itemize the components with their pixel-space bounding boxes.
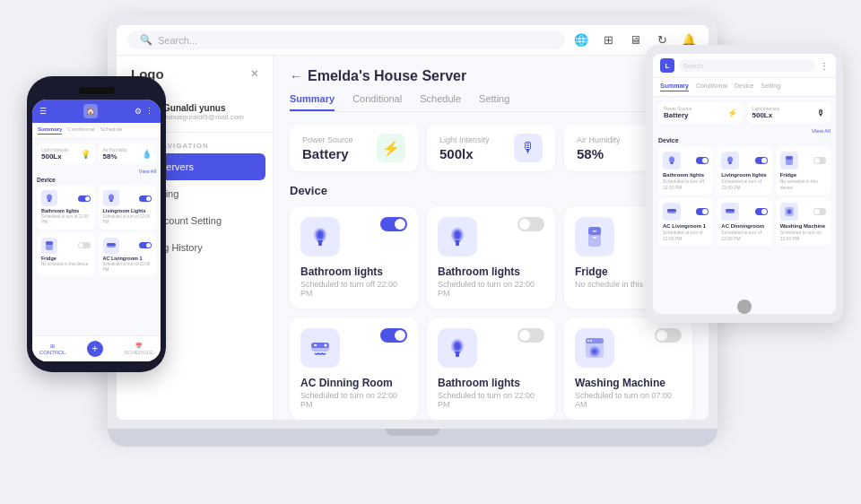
tdc-icon bbox=[721, 152, 739, 169]
ts-power-value: Battery bbox=[664, 111, 691, 119]
tab-schedule[interactable]: Schedule bbox=[420, 93, 461, 111]
device-toggle[interactable] bbox=[517, 217, 544, 231]
svg-rect-44 bbox=[48, 200, 51, 202]
device-toggle[interactable] bbox=[380, 217, 407, 231]
phone-tabs: Summary Conditional Schedule bbox=[32, 123, 161, 139]
tablet-search[interactable]: Search bbox=[679, 59, 815, 72]
device-toggle[interactable] bbox=[517, 328, 544, 343]
tablet-screen: L Search ⋮ Summary Conditional Device Se… bbox=[653, 54, 836, 314]
phone-view-all[interactable]: View All bbox=[37, 169, 156, 174]
pdc-schedule: Scheduled at turn of 22:00 PM bbox=[103, 214, 152, 225]
tab-summary[interactable]: Summary bbox=[290, 93, 335, 111]
ts-power-icon: ⚡ bbox=[727, 109, 737, 117]
tablet-device-grid: Bathroom lights Scheduled to turn off 22… bbox=[658, 147, 831, 246]
tdc-toggle[interactable] bbox=[696, 157, 709, 164]
stat-light-value: 500lx bbox=[439, 146, 490, 161]
tdc-name: AC Livingroom 1 bbox=[663, 223, 709, 229]
light-icon: 🎙 bbox=[514, 134, 543, 162]
pdc-toggle[interactable] bbox=[78, 242, 91, 248]
phone-icons: ⚙ ⋮ bbox=[135, 107, 153, 116]
stat-power-label: Power Source bbox=[302, 135, 353, 144]
stat-humidity-label: Air Humidity bbox=[577, 135, 621, 144]
svg-rect-37 bbox=[667, 209, 676, 212]
close-icon[interactable]: ✕ bbox=[250, 68, 258, 80]
tablet-menu-icon[interactable]: ⋮ bbox=[820, 61, 829, 71]
pdc-toggle[interactable] bbox=[78, 196, 91, 202]
svg-rect-4 bbox=[317, 240, 323, 242]
tablet-tab-conditional[interactable]: Conditional bbox=[696, 83, 727, 91]
tdc-icon bbox=[721, 203, 739, 221]
svg-rect-9 bbox=[455, 240, 460, 242]
tablet-tabs: Summary Conditional Device Setting bbox=[653, 78, 836, 97]
svg-point-8 bbox=[455, 231, 460, 239]
tablet-home-btn[interactable] bbox=[737, 300, 752, 314]
tablet-device-card: AC Livingroom 1 Scheduled at turn of 22:… bbox=[658, 198, 713, 246]
tdc-schedule: Scheduled to turn on 22:00 PM bbox=[780, 230, 826, 241]
tabs: Summary Conditional Schedule Setting bbox=[290, 93, 692, 112]
phone-search-icon[interactable]: ☰ bbox=[39, 107, 47, 116]
phone-add-btn[interactable]: + bbox=[87, 341, 103, 357]
page-header: ← Emelda's House Server bbox=[290, 68, 692, 84]
user-info: Gunaldi yunus yunusguraldi9@mail.com bbox=[163, 103, 244, 121]
globe-icon[interactable]: 🌐 bbox=[572, 31, 590, 49]
svg-point-45 bbox=[109, 195, 114, 201]
device-card-top bbox=[438, 328, 544, 368]
back-arrow[interactable]: ← bbox=[290, 69, 302, 83]
svg-point-28 bbox=[587, 340, 589, 342]
device-schedule: Scheduled to turn on 07:00 AM bbox=[575, 391, 682, 409]
device-toggle[interactable] bbox=[380, 328, 407, 343]
grid-icon[interactable]: ⊞ bbox=[599, 31, 617, 49]
tablet-tab-summary[interactable]: Summary bbox=[660, 83, 689, 91]
tablet-tab-device[interactable]: Device bbox=[735, 83, 753, 91]
tdc-top bbox=[663, 152, 709, 169]
stat-power-value: Battery bbox=[302, 146, 353, 161]
tab-conditional[interactable]: Conditional bbox=[352, 93, 402, 111]
tdc-toggle[interactable] bbox=[755, 157, 768, 164]
phone-tab-schedule[interactable]: Schedule bbox=[100, 126, 122, 135]
phone-schedule-label: SCHEDULE bbox=[124, 350, 153, 355]
device-toggle[interactable] bbox=[655, 328, 682, 343]
phone-control-icon: ⊞ bbox=[50, 343, 55, 349]
devices-title: Device bbox=[290, 184, 692, 197]
laptop-frame: 🔍 Search... 🌐 ⊞ 🖥 ↻ 🔔 bbox=[108, 16, 718, 429]
tdc-toggle[interactable] bbox=[755, 208, 768, 215]
laptop-search[interactable]: 🔍 Search... bbox=[127, 30, 565, 49]
phone-control-btn[interactable]: ⊞ CONTROL bbox=[39, 343, 65, 355]
phone-screen: ☰ 🏠 ⚙ ⋮ Summary Conditional Schedule bbox=[32, 100, 161, 361]
tablet-device-card: Bathroom lights Scheduled to turn off 22… bbox=[658, 147, 713, 195]
tdc-toggle[interactable] bbox=[696, 208, 709, 215]
svg-rect-13 bbox=[593, 237, 596, 239]
tablet-topbar: L Search ⋮ bbox=[653, 54, 836, 78]
pdc-toggle[interactable] bbox=[139, 196, 152, 202]
device-schedule: Scheduled to turn off 22:00 PM bbox=[300, 280, 407, 298]
phone-tab-conditional[interactable]: Conditional bbox=[67, 126, 94, 135]
tab-setting[interactable]: Setting bbox=[479, 93, 509, 111]
phone-schedule-btn[interactable]: 📅 SCHEDULE bbox=[124, 343, 153, 355]
device-name: Bathroom lights bbox=[300, 265, 407, 278]
tablet-device-card: Fridge No schedule in this device bbox=[776, 147, 831, 195]
device-name: Bathroom lights bbox=[438, 265, 544, 278]
phone-body: Light Intensity 500Lx 💡 Air Humidity 58%… bbox=[32, 139, 161, 335]
tdc-top bbox=[721, 203, 767, 221]
device-name: AC Dinning Room bbox=[300, 377, 407, 389]
tdc-top bbox=[780, 152, 826, 169]
tablet-device-card: Livingroom lights Scheduled at turn of 2… bbox=[717, 147, 771, 195]
tdc-toggle[interactable] bbox=[813, 208, 826, 215]
tablet-tab-setting[interactable]: Setting bbox=[761, 83, 780, 91]
phone-more-icon[interactable]: ⋮ bbox=[145, 107, 153, 116]
laptop-screen: 🔍 Search... 🌐 ⊞ 🖥 ↻ 🔔 bbox=[117, 25, 709, 420]
tablet-device-card: Washing Machine Scheduled to turn on 22:… bbox=[776, 198, 831, 246]
phone-device-card: Bathroom lights Scheduled at turn of 22:… bbox=[37, 186, 95, 230]
pdc-top bbox=[41, 238, 91, 254]
tablet-view-all[interactable]: View All bbox=[658, 128, 831, 134]
laptop-topbar: 🔍 Search... 🌐 ⊞ 🖥 ↻ 🔔 bbox=[117, 25, 709, 56]
phone-tab-summary[interactable]: Summary bbox=[38, 126, 62, 135]
svg-rect-48 bbox=[46, 241, 53, 245]
phone-settings-icon[interactable]: ⚙ bbox=[135, 107, 142, 116]
svg-rect-22 bbox=[455, 352, 460, 353]
monitor-icon[interactable]: 🖥 bbox=[626, 31, 644, 49]
pdc-toggle[interactable] bbox=[139, 242, 152, 248]
tablet-device-card: AC Dinningroom Scheduled at turn of 22:0… bbox=[717, 198, 771, 246]
tdc-icon bbox=[663, 152, 681, 169]
tdc-toggle[interactable] bbox=[813, 157, 826, 164]
